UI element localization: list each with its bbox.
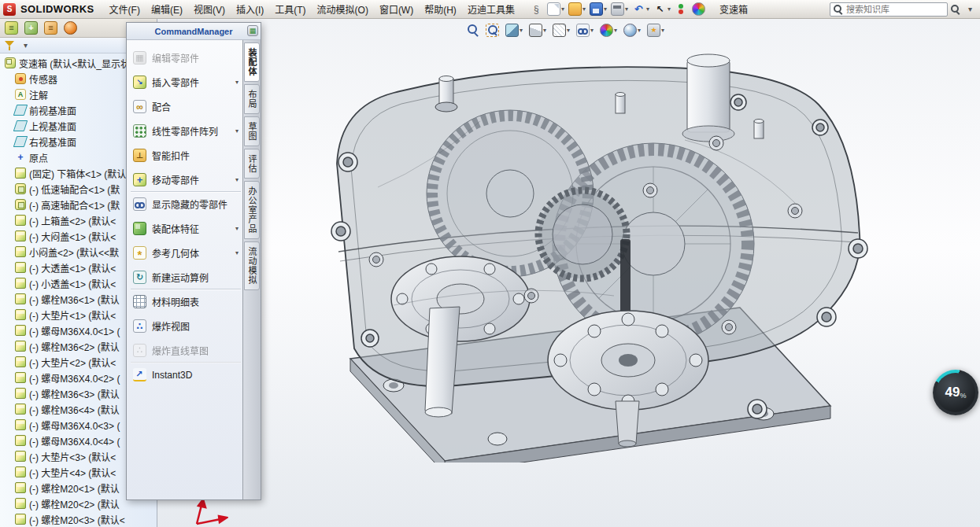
toolbar-button[interactable]: ▾ xyxy=(567,2,587,17)
gearbox-3d-model[interactable] xyxy=(276,46,889,463)
feature-tree-item[interactable]: (-) 螺栓M20<3> (默认< xyxy=(0,511,157,527)
command-button[interactable]: 移动零部件 ▾ xyxy=(131,168,241,192)
command-button[interactable]: 新建运动算例 ▾ xyxy=(131,265,241,289)
commandmanager-tab[interactable]: 布局 xyxy=(244,84,260,114)
part-icon xyxy=(15,230,26,241)
commandmanager-titlebar[interactable]: CommandManager xyxy=(127,23,261,40)
command-label: 新建运动算例 xyxy=(152,271,209,284)
insert-component-icon xyxy=(133,76,146,89)
new-doc-icon xyxy=(547,2,560,16)
commandmanager-options-icon[interactable] xyxy=(247,25,258,36)
main-menu: 文件(F)编辑(E)视图(V)插入(I)工具(T)流动模拟(O)窗口(W)帮助(… xyxy=(104,0,520,18)
dropdown-arrow-icon: ▾ xyxy=(661,27,664,34)
panel-tab[interactable] xyxy=(62,20,79,35)
search-box[interactable] xyxy=(830,2,948,17)
menu-item[interactable]: 窗口(W) xyxy=(374,0,419,18)
command-button[interactable]: 智能扣件 ▾ xyxy=(131,143,241,168)
chevron-down-icon[interactable] xyxy=(963,2,977,16)
part-icon xyxy=(15,215,26,226)
dropdown-arrow-icon: ▾ xyxy=(638,27,641,34)
app-icon[interactable] xyxy=(3,3,16,16)
configurationmanager-icon xyxy=(44,21,57,35)
command-label: 移动零部件 xyxy=(152,173,199,186)
hud-button[interactable]: ▾ xyxy=(464,23,481,38)
tree-item-label: 注解 xyxy=(29,88,48,101)
edit-component-icon xyxy=(133,51,146,64)
tree-item-label: (-) 螺栓M36<4> (默认 xyxy=(29,403,120,416)
hud-button[interactable]: ▾ xyxy=(622,23,642,38)
hud-button[interactable]: ▾ xyxy=(527,23,548,38)
menu-item[interactable]: 编辑(E) xyxy=(146,0,188,18)
menu-item[interactable]: 帮助(H) xyxy=(419,0,462,18)
command-button[interactable]: 配合 ▾ xyxy=(131,94,241,119)
plane-icon xyxy=(13,136,28,147)
menu-item[interactable]: 视图(V) xyxy=(188,0,231,18)
panel-tab[interactable] xyxy=(23,20,39,35)
tree-item-label: (-) 大垫片<3> (默认< xyxy=(29,450,116,463)
instant3d-icon xyxy=(133,368,146,381)
menu-item[interactable]: 迈迪工具集 xyxy=(462,0,520,18)
command-button[interactable]: 插入零部件 ▾ xyxy=(131,70,241,94)
graphics-area[interactable]: ▾ ▾ ▾ ▾ ▾ ▾ ▾ ▾ ▾ xyxy=(157,19,980,527)
toolbar-button[interactable]: ▾ xyxy=(673,2,690,17)
chevron-down-icon[interactable] xyxy=(19,39,32,52)
command-button[interactable]: Instant3D ▾ xyxy=(131,363,241,387)
annotations-icon xyxy=(15,89,26,100)
hud-button[interactable]: ▾ xyxy=(484,23,501,38)
percentage-badge: 49 % xyxy=(933,370,978,415)
menu-item[interactable]: 流动模拟(O) xyxy=(312,0,374,18)
command-button[interactable]: 参考几何体 ▾ xyxy=(131,241,241,265)
command-button[interactable]: 线性零部件阵列 ▾ xyxy=(131,119,241,143)
toolbar-button[interactable]: ▾ xyxy=(652,2,672,17)
tree-item-label: (-) 螺栓M20<1> (默认 xyxy=(29,481,120,495)
zoom-fit-icon xyxy=(466,24,479,37)
commandmanager-tab[interactable]: 评估 xyxy=(244,149,260,179)
rebuild-icon xyxy=(675,2,688,16)
tree-item-label: (-) 螺母M36X4.0<3> ( xyxy=(29,418,120,432)
toolbar-button[interactable]: ▾ xyxy=(528,2,545,17)
hud-button[interactable]: ▾ xyxy=(645,23,666,38)
command-button[interactable]: 爆炸视图 ▾ xyxy=(131,314,241,338)
part-icon xyxy=(15,419,26,430)
command-label: 材料明细表 xyxy=(152,295,199,308)
toolbar-button[interactable]: ▾ xyxy=(609,2,630,17)
command-label: 爆炸直线草图 xyxy=(152,344,209,357)
toolbar-button[interactable]: ▾ xyxy=(545,2,566,17)
command-label: Instant3D xyxy=(152,370,192,381)
panel-tab[interactable] xyxy=(3,20,20,35)
select-cursor-icon xyxy=(653,2,667,16)
part-icon xyxy=(15,246,26,257)
commandmanager-tab[interactable]: 办公室产品 xyxy=(244,181,260,239)
menu-item[interactable]: 插入(I) xyxy=(231,0,269,18)
command-button[interactable]: 材料明细表 ▾ xyxy=(131,289,241,314)
search-button[interactable] xyxy=(949,3,962,16)
subassembly-icon xyxy=(15,183,26,194)
search-input[interactable] xyxy=(846,5,945,14)
command-button[interactable]: 显示隐藏的零部件 ▾ xyxy=(131,192,241,216)
section-view-icon xyxy=(505,24,519,37)
dropdown-arrow-icon: ▾ xyxy=(561,6,564,13)
commandmanager-tab[interactable]: 装配体 xyxy=(244,42,260,82)
toolbar-button[interactable]: ▾ xyxy=(631,2,651,17)
command-button[interactable]: 装配体特征 ▾ xyxy=(131,216,241,241)
commandmanager-tab[interactable]: 草图 xyxy=(244,116,260,146)
menu-item[interactable]: 文件(F) xyxy=(104,0,146,18)
hud-button[interactable]: ▾ xyxy=(598,23,619,38)
view-settings-icon xyxy=(647,24,660,37)
commandmanager-tab[interactable]: 流动模拟 xyxy=(244,241,260,290)
command-button[interactable]: 编辑零部件 ▾ xyxy=(131,46,241,70)
hud-button[interactable]: ▾ xyxy=(504,23,524,38)
dropdown-arrow-icon: ▾ xyxy=(668,6,671,13)
filter-funnel-icon[interactable] xyxy=(4,40,15,51)
panel-tab[interactable] xyxy=(43,20,59,35)
toolbar-button[interactable]: ▾ xyxy=(690,2,707,17)
command-button[interactable]: 爆炸直线草图 ▾ xyxy=(131,338,241,363)
command-label: 装配体特征 xyxy=(152,222,199,235)
dropdown-arrow-icon: ▾ xyxy=(567,27,570,34)
menu-item[interactable]: 工具(T) xyxy=(269,0,311,18)
hud-button[interactable]: ▾ xyxy=(551,23,571,38)
toolbar-button[interactable]: ▾ xyxy=(588,2,608,17)
commandmanager-tab-label: 布局 xyxy=(246,90,258,109)
hud-button[interactable]: ▾ xyxy=(575,23,595,38)
commandmanager-tab-label: 草图 xyxy=(246,122,258,141)
